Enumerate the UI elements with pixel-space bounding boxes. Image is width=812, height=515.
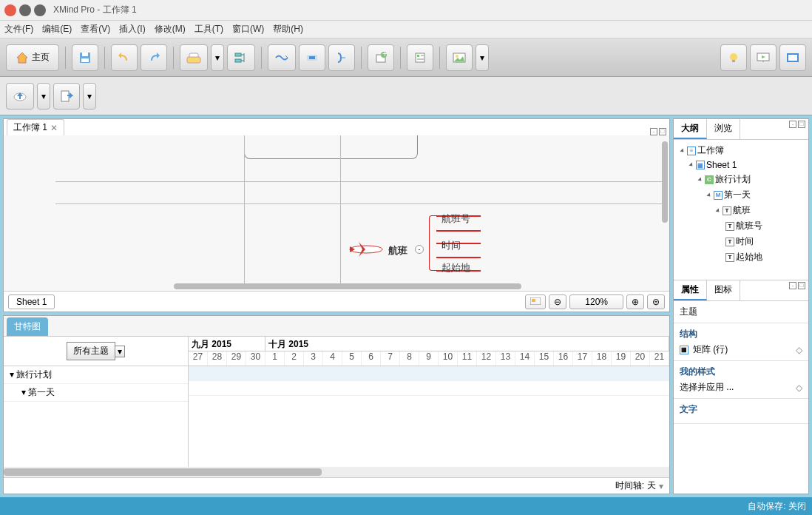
theme-icon [186,52,201,64]
svg-rect-1 [82,53,88,56]
relationship-button[interactable] [268,44,296,71]
overview-button[interactable] [525,294,546,309]
zoom-level[interactable]: 120% [569,294,623,309]
panel-minimize-icon[interactable]: - [789,282,796,289]
outline-item-workbook[interactable]: ≡工作簿 [677,143,805,158]
zoom-fit-button[interactable]: ⊜ [647,294,665,309]
gantt-chart-pane: 九月 2015 十月 2015 2728 2930 12 34 56 78 91… [189,337,669,467]
mindmap-canvas[interactable]: 航班 - 航班号 时间 起始地 [4,135,669,291]
brainstorm-button[interactable] [720,44,747,71]
gantt-axis-unit[interactable]: 天 [647,479,656,492]
home-label: 主页 [32,51,50,64]
drilldown-button[interactable] [779,44,806,71]
chevron-down-icon[interactable]: ▾ [659,481,663,491]
gantt-row[interactable] [189,381,669,396]
menu-modify[interactable]: 修改(M) [155,23,186,36]
tab-browse[interactable]: 浏览 [707,119,740,139]
panel-maximize-icon[interactable]: □ [798,282,805,289]
boundary-button[interactable] [299,44,325,71]
relationship-icon [274,53,289,62]
menu-edit[interactable]: 编辑(E) [42,23,72,36]
tab-properties[interactable]: 属性 [674,280,707,300]
canvas-scrollbar-v[interactable] [662,141,669,283]
props-structure-select[interactable]: ▦ 矩阵 (行) ◇ [680,343,802,356]
outline-item-plan[interactable]: C旅行计划 [677,172,805,187]
gantt-tab[interactable]: 甘特图 [7,317,48,336]
node-flight[interactable]: 航班 [388,244,407,258]
gantt-filter-dropdown[interactable]: 所有主题 [67,342,115,360]
gantt-panel: 甘特图 所有主题 ▾ ▾ 旅行计划 ▾ 第一天 [3,315,670,494]
menu-file[interactable]: 文件(F) [4,23,33,36]
gantt-scrollbar-h[interactable] [4,467,669,477]
undo-button[interactable] [111,44,138,71]
panel-minimize-icon[interactable]: - [650,128,657,135]
svg-rect-19 [453,53,465,62]
summary-button[interactable] [328,44,355,71]
upload-dropdown[interactable]: ▾ [37,83,50,110]
window-close-icon[interactable] [4,4,16,16]
redo-icon [147,51,160,64]
save-button[interactable] [72,44,98,71]
panel-maximize-icon[interactable]: □ [798,121,805,128]
image-button[interactable] [446,44,473,71]
node-origin[interactable]: 起始地 [441,261,470,275]
share-dropdown[interactable]: ▾ [83,83,96,110]
canvas-scrollbar-h[interactable] [4,283,660,291]
collapse-icon[interactable]: - [415,245,424,254]
zoom-out-button[interactable]: ⊖ [549,294,566,309]
topic-box[interactable] [244,135,418,159]
image-dropdown[interactable]: ▾ [476,44,489,71]
drilldown-icon [786,53,799,63]
outline-item-flightno[interactable]: T航班号 [677,218,805,234]
chevron-down-icon[interactable]: ▾ [115,346,125,357]
gantt-item-plan[interactable]: ▾ 旅行计划 [4,366,188,384]
outline-item-day1[interactable]: M第一天 [677,187,805,203]
gantt-item-day1[interactable]: ▾ 第一天 [4,384,188,402]
gantt-row[interactable] [189,366,669,381]
attachment-button[interactable] [407,44,433,71]
gantt-days-header: 2728 2930 12 34 56 78 910 1112 1314 1516… [189,351,669,366]
panel-maximize-icon[interactable]: □ [659,128,666,135]
marker-button[interactable]: + [368,44,394,71]
menu-view[interactable]: 查看(V) [81,23,110,36]
theme-dropdown[interactable]: ▾ [211,44,224,71]
props-mystyle-select[interactable]: 选择并应用 ... ◇ [680,381,802,394]
node-time[interactable]: 时间 [441,239,461,252]
outline-item-origin[interactable]: T起始地 [677,249,805,265]
props-mystyle-label: 我的样式 [680,366,802,378]
menu-insert[interactable]: 插入(I) [119,23,145,36]
statusbar: 自动保存: 关闭 [0,497,812,515]
autosave-status: 自动保存: 关闭 [748,500,806,513]
close-icon[interactable]: ✕ [50,123,58,133]
topic-icon: T [725,222,734,231]
menu-tools[interactable]: 工具(T) [194,23,223,36]
sheet-tab[interactable]: Sheet 1 [8,294,55,309]
redo-button[interactable] [141,44,167,71]
menu-window[interactable]: 窗口(W) [232,23,264,36]
panel-minimize-icon[interactable]: - [789,121,796,128]
overview-icon [530,297,541,305]
gantt-tree-pane: 所有主题 ▾ ▾ 旅行计划 ▾ 第一天 [4,337,189,467]
window-maximize-icon[interactable] [34,4,46,16]
workbook-icon: ≡ [687,147,696,155]
tab-outline[interactable]: 大纲 [674,119,707,139]
window-minimize-icon[interactable] [19,4,31,16]
tab-icons[interactable]: 图标 [707,280,740,300]
outline-item-flight[interactable]: T航班 [677,203,805,218]
upload-button[interactable] [6,83,34,110]
zoom-in-button[interactable]: ⊕ [626,294,644,309]
outline-item-time[interactable]: T时间 [677,234,805,249]
presentation-button[interactable] [750,44,777,71]
menu-help[interactable]: 帮助(H) [273,23,303,36]
node-flightno[interactable]: 航班号 [441,212,470,226]
theme-button[interactable] [180,44,208,71]
editor-tab-workbook[interactable]: 工作簿 1 ✕ [7,119,64,135]
toolbar-secondary: ▾ ▾ [0,77,812,115]
svg-rect-16 [416,53,424,62]
subtopic-button[interactable] [227,44,255,71]
outline-item-sheet[interactable]: ▦Sheet 1 [677,158,805,172]
props-text-label: 文字 [680,403,802,416]
home-button[interactable]: 主页 [6,44,59,71]
share-button[interactable] [53,83,80,110]
subtopic-icon [234,52,248,64]
